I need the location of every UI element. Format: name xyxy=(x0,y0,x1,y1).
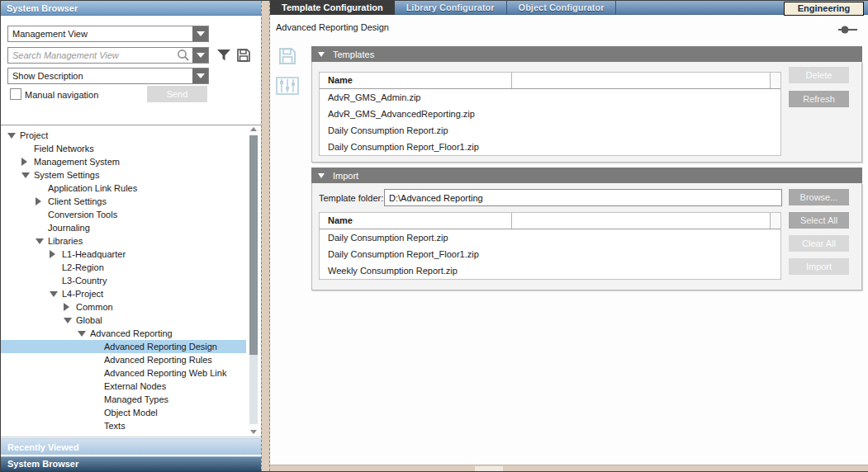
tree-item-conversion-tools[interactable]: Conversion Tools xyxy=(1,208,246,221)
tree-item-common[interactable]: Common xyxy=(1,300,246,314)
tab-bar: Template ConfigurationLibrary Configurat… xyxy=(270,1,868,15)
manual-navigation-checkbox[interactable] xyxy=(10,88,21,100)
tree-item-label: Management System xyxy=(34,157,120,167)
mode-tab-engineering[interactable]: Engineering xyxy=(784,2,864,16)
search-history-dropdown-icon[interactable] xyxy=(192,48,208,63)
tree-expand-icon[interactable] xyxy=(21,158,34,166)
search-input[interactable] xyxy=(8,48,177,63)
tree-item-global[interactable]: Global xyxy=(1,314,246,327)
tree-item-label: External Nodes xyxy=(104,381,166,391)
scrollbar-track[interactable] xyxy=(249,135,258,424)
splitter-handle-icon[interactable] xyxy=(475,466,503,471)
tree-collapse-icon[interactable] xyxy=(64,318,76,323)
content-panel: Template ConfigurationLibrary Configurat… xyxy=(270,1,868,471)
tab-object-configurator[interactable]: Object Configurator xyxy=(507,1,617,15)
column-header-empty[interactable] xyxy=(512,73,771,88)
manual-navigation-label: Manual navigation xyxy=(25,90,98,100)
triangle-glyph xyxy=(36,197,41,205)
tree-collapse-icon[interactable] xyxy=(21,172,34,178)
tree-item-l2-region[interactable]: L2-Region xyxy=(1,261,246,274)
save-filter-icon[interactable] xyxy=(236,48,251,63)
send-button[interactable]: Send xyxy=(147,86,207,102)
tree-item-l3-country[interactable]: L3-Country xyxy=(1,274,246,287)
system-browser-bar[interactable]: System Browser xyxy=(1,456,261,471)
import-button[interactable]: Import xyxy=(789,258,849,275)
tree-item-advanced-reporting-design[interactable]: Advanced Reporting Design xyxy=(1,340,246,353)
filter-icon[interactable] xyxy=(216,48,231,63)
tree-item-label: Field Networks xyxy=(34,144,94,153)
tree-item-field-networks[interactable]: Field Networks xyxy=(1,142,246,155)
view-selector[interactable]: Management View xyxy=(7,26,209,42)
tree-item-object-model[interactable]: Object Model xyxy=(1,406,246,419)
scrollbar-thumb[interactable] xyxy=(249,135,258,355)
tree-item-libraries[interactable]: Libraries xyxy=(1,234,246,248)
browse-button[interactable]: Browse... xyxy=(789,189,849,205)
tree-collapse-icon[interactable] xyxy=(7,133,20,139)
tab-library-configurator[interactable]: Library Configurator xyxy=(395,1,507,15)
column-header-empty[interactable] xyxy=(512,213,771,229)
column-header-name[interactable]: Name xyxy=(320,213,512,229)
panel-title: System Browser xyxy=(7,3,78,13)
table-row[interactable]: AdvR_GMS_Admin.zip xyxy=(320,89,780,106)
tree-item-project[interactable]: Project xyxy=(1,129,246,142)
collapse-triangle-icon[interactable] xyxy=(318,173,325,178)
clear-all-button[interactable]: Clear All xyxy=(789,235,849,252)
tree-item-l1-headquarter[interactable]: L1-Headquarter xyxy=(1,248,246,261)
tree-collapse-icon[interactable] xyxy=(78,331,90,337)
tree-item-label: Project xyxy=(20,130,48,140)
tree-item-journaling[interactable]: Journaling xyxy=(1,221,246,234)
table-row[interactable]: Daily Consumption Report.zip xyxy=(320,122,780,139)
tree-item-advanced-reporting[interactable]: Advanced Reporting xyxy=(1,327,246,340)
tree-item-application-link-rules[interactable]: Application Link Rules xyxy=(1,182,246,195)
tree-item-system-settings[interactable]: System Settings xyxy=(1,168,246,182)
tree-collapse-icon[interactable] xyxy=(36,238,48,244)
column-header-corner xyxy=(771,73,780,88)
pin-icon[interactable] xyxy=(837,25,858,35)
tree-item-client-settings[interactable]: Client Settings xyxy=(1,195,246,208)
scroll-down-icon[interactable] xyxy=(250,430,257,434)
tree-scrollbar[interactable] xyxy=(249,127,259,434)
display-mode-selector[interactable]: Show Description xyxy=(7,68,209,84)
collapse-triangle-icon[interactable] xyxy=(318,52,325,57)
save-icon[interactable] xyxy=(277,46,297,66)
view-selector-value: Management View xyxy=(8,29,192,39)
template-folder-input[interactable] xyxy=(384,189,782,206)
table-row[interactable]: Daily Consumption Report_Floor1.zip xyxy=(320,246,780,262)
tree-item-external-nodes[interactable]: External Nodes xyxy=(1,380,246,393)
tree-expand-icon[interactable] xyxy=(50,250,62,258)
tree-item-texts[interactable]: Texts xyxy=(1,419,246,432)
table-row[interactable]: Daily Consumption Report_Floor1.zip xyxy=(320,139,780,155)
tree-item-l4-project[interactable]: L4-Project xyxy=(1,287,246,300)
panel-header: System Browser xyxy=(1,1,261,16)
import-section-header[interactable]: Import xyxy=(311,168,862,183)
table-row[interactable]: AdvR_GMS_AdvancedReporting.zip xyxy=(320,106,780,122)
tree-item-management-system[interactable]: Management System xyxy=(1,155,246,168)
tree-item-label: Advanced Reporting Design xyxy=(104,342,217,352)
tree-item-advanced-reporting-rules[interactable]: Advanced Reporting Rules xyxy=(1,353,246,366)
delete-button[interactable]: Delete xyxy=(789,67,849,83)
tree-expand-icon[interactable] xyxy=(36,197,48,205)
filter-settings-icon[interactable] xyxy=(275,74,300,97)
templates-section-body: NameAdvR_GMS_Admin.zipAdvR_GMS_AdvancedR… xyxy=(311,62,862,163)
tree-item-label: Managed Types xyxy=(104,394,168,404)
recently-viewed-bar[interactable]: Recently Viewed xyxy=(1,438,261,455)
templates-section-header[interactable]: Templates xyxy=(311,46,862,62)
tab-template-configuration[interactable]: Template Configuration xyxy=(270,1,395,15)
tree-expand-icon[interactable] xyxy=(64,303,76,311)
scroll-up-icon[interactable] xyxy=(250,127,257,131)
table-row[interactable]: Daily Consumption Report.zip xyxy=(320,229,780,246)
search-icon[interactable] xyxy=(177,49,190,62)
vertical-splitter[interactable] xyxy=(261,1,270,471)
tree-item-label: Global xyxy=(76,315,102,325)
tree-collapse-icon[interactable] xyxy=(50,291,62,297)
refresh-button[interactable]: Refresh xyxy=(789,91,849,107)
tree-item-managed-types[interactable]: Managed Types xyxy=(1,393,246,406)
column-header-name[interactable]: Name xyxy=(320,73,512,88)
chevron-down-icon[interactable] xyxy=(192,26,208,41)
table-row[interactable]: Weekly Consumption Report.zip xyxy=(320,262,780,279)
chevron-down-icon[interactable] xyxy=(192,68,208,83)
select-all-button[interactable]: Select All xyxy=(789,212,849,229)
triangle-glyph xyxy=(21,172,30,178)
tree-item-advanced-reporting-web-link[interactable]: Advanced Reporting Web Link xyxy=(1,366,246,380)
horizontal-splitter[interactable] xyxy=(270,465,868,471)
